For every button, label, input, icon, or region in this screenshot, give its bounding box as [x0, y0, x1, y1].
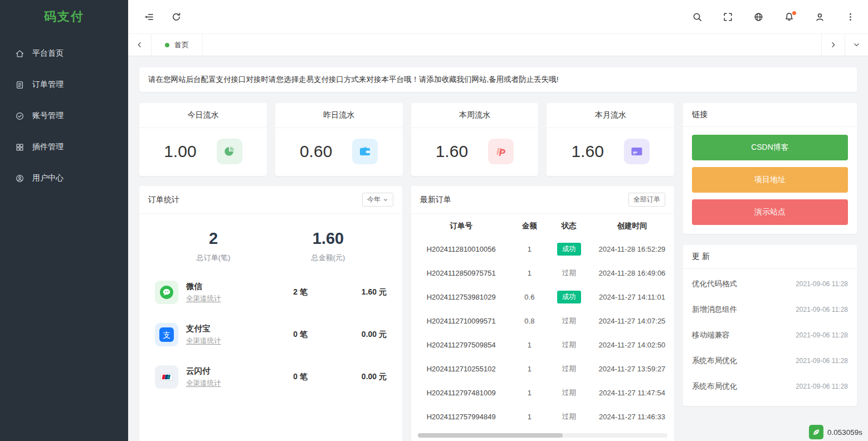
sidebar-item-accounts[interactable]: 账号管理 [0, 100, 128, 131]
total-amount: 1.60 总金额(元) [311, 229, 345, 263]
status-badge: 过期 [557, 410, 581, 423]
more-vertical-icon[interactable] [845, 12, 856, 22]
order-time: 2024-11-27 13:59:27 [590, 357, 674, 381]
stat-cards-row: 今日流水 1.00 昨日流水 0.60 [139, 103, 674, 176]
collapse-menu-icon[interactable] [144, 12, 154, 22]
main-region: 首页 请在您网站后台配置支付接口对接时请您选择走易支付接口方式来对接本平台哦！请… [128, 0, 868, 441]
notification-dot [792, 11, 796, 15]
bell-icon[interactable] [784, 12, 794, 22]
status-badge: 成功 [557, 291, 581, 303]
order-amount: 1 [511, 405, 548, 429]
alipay-icon: 支 [155, 323, 178, 346]
links-card: 链接 CSDN博客 项目地址 演示站点 [683, 103, 857, 234]
updates-card: 更 新 优化代码格式 2021-09-06 11:28 新增消息组件 2021-… [683, 245, 857, 406]
user-circle-icon [15, 174, 25, 183]
order-time: 2024-11-27 14:02:50 [590, 333, 674, 357]
home-icon [15, 49, 25, 58]
col-order-id: 订单号 [411, 214, 511, 237]
csdn-blog-button[interactable]: CSDN博客 [692, 135, 848, 160]
sidebar-item-label: 插件管理 [32, 142, 64, 152]
render-time-widget: 0.053059s [809, 425, 862, 439]
total-orders: 2 总订单(笔) [197, 229, 231, 263]
project-url-button[interactable]: 项目地址 [692, 167, 848, 193]
chevron-left-icon [135, 41, 144, 49]
sidebar-item-home[interactable]: 平台首页 [0, 38, 128, 69]
channel-stats-link[interactable]: 全渠道统计 [186, 294, 275, 303]
total-amount-label: 总金额(元) [311, 253, 345, 263]
plugin-grid-icon [15, 143, 25, 152]
sidebar-item-user-center[interactable]: 用户中心 [0, 163, 128, 194]
stat-value: 1.60 [571, 142, 603, 161]
channel-amount: 1.60 元 [325, 287, 387, 297]
wechat-icon [155, 281, 178, 304]
order-amount: 1 [511, 381, 548, 405]
tab-scroll-left-button[interactable] [128, 34, 152, 56]
channel-stats-link[interactable]: 全渠道统计 [186, 379, 275, 388]
table-header-row: 订单号 金额 状态 创建时间 [411, 214, 674, 237]
channel-amount: 0.00 元 [325, 372, 387, 382]
active-tab-dot [165, 43, 169, 47]
stat-card-week: 本周流水 1.60 PP [411, 103, 539, 176]
sidebar: 码支付 平台首页 订单管理 账号管理 插件管理 用户中心 [0, 0, 128, 441]
order-icon [15, 80, 25, 90]
chevron-down-icon [383, 197, 388, 203]
refresh-icon[interactable] [171, 12, 182, 22]
tab-home[interactable]: 首页 [152, 34, 203, 56]
scrollbar-thumb[interactable] [418, 433, 563, 438]
latest-orders-table: 订单号 金额 状态 创建时间 H2024112810010056 [411, 214, 674, 429]
order-amount: 1 [511, 237, 548, 261]
stat-title: 昨日流水 [275, 103, 403, 128]
tab-spacer [203, 34, 821, 56]
period-select[interactable]: 今年 [362, 193, 393, 207]
header-right-icons [692, 12, 856, 22]
bank-card-icon [624, 139, 650, 164]
sidebar-item-orders[interactable]: 订单管理 [0, 69, 128, 100]
order-time: 2024-11-28 16:52:29 [590, 237, 674, 261]
list-item: 移动端兼容 2021-09-06 11:28 [692, 322, 848, 348]
stat-card-yesterday: 昨日流水 0.60 [275, 103, 403, 176]
stat-card-month: 本月流水 1.60 [547, 103, 674, 176]
search-icon[interactable] [692, 12, 703, 22]
sidebar-item-label: 平台首页 [32, 48, 64, 58]
globe-icon[interactable] [753, 12, 764, 22]
order-id: H2024112710255102 [411, 357, 511, 381]
status-badge: 过期 [557, 362, 581, 375]
latest-orders-card: 最新订单 全部订单 订单号 金额 状态 创建时间 [411, 186, 674, 441]
order-time: 2024-11-28 16:49:06 [590, 261, 674, 285]
list-item: 新增消息组件 2021-09-06 11:28 [692, 297, 848, 322]
stat-title: 本月流水 [547, 103, 674, 128]
order-id: H2024112797481009 [411, 381, 511, 405]
channel-name: 微信 [186, 281, 275, 292]
order-id: H2024112850975751 [411, 261, 511, 285]
tab-scroll-right-button[interactable] [821, 34, 845, 56]
order-totals: 2 总订单(笔) 1.60 总金额(元) [139, 214, 402, 275]
links-title: 链接 [692, 110, 708, 120]
demo-site-button[interactable]: 演示站点 [692, 199, 848, 225]
table-row: H2024112797509854 1 过期 2024-11-27 14:02:… [411, 333, 674, 357]
sidebar-item-plugins[interactable]: 插件管理 [0, 131, 128, 163]
tab-menu-button[interactable] [845, 34, 868, 56]
sidebar-item-label: 订单管理 [32, 80, 64, 90]
app-logo: 码支付 [0, 0, 128, 33]
order-amount: 1 [511, 261, 548, 285]
period-select-value: 今年 [367, 195, 381, 204]
user-icon[interactable] [815, 12, 825, 22]
chevron-right-icon [829, 41, 837, 49]
update-label: 优化代码格式 [692, 279, 737, 289]
table-row: H2024112753981029 0.6 成功 2024-11-27 14:1… [411, 285, 674, 309]
channel-name: 云闪付 [186, 366, 275, 376]
render-time-text: 0.053059s [827, 428, 862, 437]
all-orders-button[interactable]: 全部订单 [628, 193, 665, 207]
order-time: 2024-11-27 11:47:54 [590, 381, 674, 405]
channel-stats-link[interactable]: 全渠道统计 [186, 336, 275, 346]
channel-count: 0 笔 [275, 372, 325, 382]
channel-amount: 0.00 元 [325, 330, 387, 340]
total-amount-value: 1.60 [311, 229, 345, 248]
list-item: 系统布局优化 2021-09-06 11:28 [692, 348, 848, 374]
channel-count: 2 笔 [275, 287, 325, 297]
col-created-time: 创建时间 [590, 214, 674, 237]
update-label: 移动端兼容 [692, 330, 730, 340]
channel-row-unionpay: 云闪付 全渠道统计 0 笔 0.00 元 [155, 365, 387, 389]
channel-list: 微信 全渠道统计 2 笔 1.60 元 支 [139, 275, 402, 411]
fullscreen-icon[interactable] [723, 12, 733, 22]
